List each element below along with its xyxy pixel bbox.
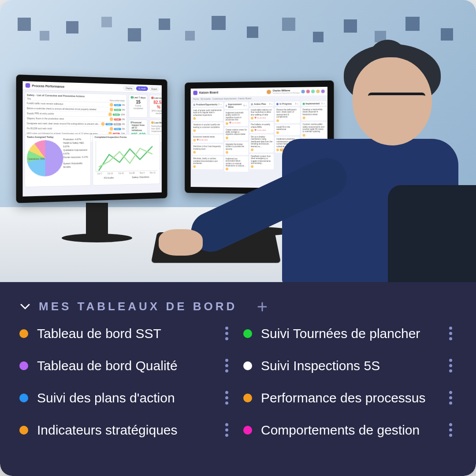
export-pill[interactable]: Export	[149, 87, 159, 91]
avatar	[276, 131, 279, 134]
kanban-card[interactable]: Machines in line 3 are frequently breaki…	[192, 144, 223, 155]
chevron-down-icon[interactable]	[19, 301, 31, 312]
app-logo-icon	[193, 90, 197, 95]
color-dot-icon	[19, 426, 28, 435]
avatar	[226, 137, 228, 139]
tasks-assigned-card: Tasks Assigned Today Operations: 50% Pro…	[25, 134, 91, 187]
color-dot-icon	[243, 426, 252, 435]
avatar	[193, 117, 196, 120]
kanban-card[interactable]: Find tablets on-quality criteria BIMs📅 1…	[249, 122, 274, 133]
dashboard-label: Indicateurs stratégiques	[37, 423, 212, 438]
kanban-column-header: Problem/Opportunity5+	[192, 102, 223, 107]
avatar	[110, 108, 113, 112]
dashboard-item[interactable]: Suivi des plans d'action	[19, 388, 233, 407]
kanban-card[interactable]: Upgrade the-broken system to provide the…	[224, 142, 248, 155]
kanban-card[interactable]: Implement automatic quality audits for r…	[224, 110, 248, 126]
hero-photo: Process Performance Display 11 Audit Exp…	[0, 0, 476, 282]
kanban-card[interactable]: Feedback system from client emergency to…	[249, 154, 274, 170]
kanban-column: Improvement Ideas6+Implement automatic q…	[224, 102, 248, 182]
dashboard-item[interactable]: Comportements de gestion	[243, 420, 457, 439]
app-logo-icon	[26, 83, 30, 88]
dashboard-label: Suivi Tournées de plancher	[261, 326, 435, 341]
kanban-card[interactable]: Install tablet stations on-floor worksho…	[249, 108, 274, 121]
dashboard-label: Tableau de bord SST	[37, 326, 212, 341]
kanban-column-header: Action Plan4+	[249, 102, 274, 107]
avatar	[110, 117, 113, 121]
kebab-menu-icon[interactable]	[220, 388, 233, 407]
color-dot-icon	[243, 361, 252, 370]
completed-inspections-card: Completed Inspection Forms Oct 7Oct 14Oc…	[93, 134, 160, 186]
color-dot-icon	[243, 329, 252, 338]
kebab-menu-icon[interactable]	[220, 420, 233, 439]
table-row[interactable]: Fix B1239 tool rack moldOpen0%	[27, 126, 125, 131]
color-dot-icon	[19, 394, 28, 402]
kanban-card[interactable]: Set up a display-mechanism using dashboa…	[249, 134, 274, 152]
dashboard-label: Performance des processus	[261, 390, 435, 405]
kanban-card[interactable]: Lack of proper work maintenance audit at…	[192, 108, 223, 121]
screen-process-performance: Process Performance Display 11 Audit Exp…	[22, 81, 161, 197]
kebab-menu-icon[interactable]	[444, 356, 457, 375]
kpi-last7days: Last 7 days 15 Forms completed	[129, 94, 148, 118]
col-nc: Nonconformities	[110, 99, 125, 102]
kanban-column: Action Plan4+Install tablet stations on-…	[249, 102, 274, 182]
kebab-menu-icon[interactable]	[220, 356, 233, 375]
avatar	[276, 119, 279, 122]
kebab-menu-icon[interactable]	[444, 324, 457, 343]
kanban-column-header: Improvement Ideas6+	[224, 102, 248, 109]
avatar	[251, 129, 253, 132]
dashboard-item[interactable]: Suivi Tournées de plancher	[243, 324, 457, 343]
avatar	[101, 122, 105, 126]
avatar	[276, 149, 279, 151]
pie-legend: Production: 4.67% Health & Safety H&S: 6…	[63, 138, 88, 185]
kanban-card[interactable]: Variations in product quality are leadin…	[192, 122, 223, 133]
audit-pill[interactable]: 11 Audit	[136, 86, 148, 91]
dashboard-item[interactable]: Suivi Inspections 5S	[243, 356, 457, 375]
line-chart	[96, 141, 157, 172]
board-title: Kaizen Board	[199, 91, 218, 94]
avatar	[267, 89, 271, 94]
kanban-card[interactable]: Excessive material waste📅 09-06-2024	[192, 134, 223, 143]
kanban-card[interactable]: Eliminate, clarify or archive outdated d…	[192, 156, 223, 169]
color-dot-icon	[19, 329, 28, 338]
monitor-stand	[86, 203, 108, 238]
color-dot-icon	[243, 394, 252, 402]
avatar	[226, 168, 228, 171]
kebab-menu-icon[interactable]	[444, 420, 457, 439]
dashboards-panel: MES TABLEAUX DE BORD Tableau de bord SST…	[0, 282, 476, 476]
dashboards-grid: Tableau de bord SST Suivi Tournées de pl…	[19, 324, 457, 439]
avatar	[110, 103, 113, 107]
avatar	[193, 129, 196, 132]
panel-header: MES TABLEAUX DE BORD	[19, 300, 457, 313]
left-monitor: Process Performance Display 11 Audit Exp…	[16, 74, 167, 203]
avatar	[108, 112, 112, 116]
kanban-card[interactable]: Implement an automated-follow system on …	[224, 156, 248, 172]
monitor-base	[62, 234, 132, 242]
display-pill[interactable]: Display	[124, 86, 135, 91]
dashboard-label: Tableau de bord Qualité	[37, 358, 212, 373]
avatar	[251, 149, 253, 151]
add-dashboard-button[interactable]	[256, 300, 269, 313]
color-dot-icon	[19, 361, 28, 370]
dashboard-label: Suivi des plans d'action	[37, 390, 212, 405]
app-container: Process Performance Display 11 Audit Exp…	[0, 0, 476, 476]
kebab-menu-icon[interactable]	[444, 388, 457, 407]
kanban-card[interactable]: Create rotation crews for pallet storage…	[224, 127, 248, 141]
avatar	[110, 127, 113, 130]
dashboard-item[interactable]: Indicateurs stratégiques	[19, 420, 233, 439]
dashboard-item[interactable]: Performance des processus	[243, 388, 457, 407]
avatar	[226, 151, 228, 154]
app-title: Process Performance	[32, 84, 64, 88]
dashboard-item[interactable]: Tableau de bord Qualité	[19, 356, 233, 375]
dashboard-label: Suivi Inspections 5S	[261, 358, 435, 373]
kanban-column: Problem/Opportunity5+Lack of proper work…	[192, 102, 223, 181]
avatar	[251, 165, 253, 168]
avatar	[193, 165, 196, 168]
dashboard-item[interactable]: Tableau de bord SST	[19, 324, 233, 343]
avatar	[226, 122, 228, 125]
avatar	[251, 117, 253, 119]
avatar	[193, 151, 196, 154]
kebab-menu-icon[interactable]	[220, 324, 233, 343]
avatar	[193, 139, 196, 141]
dashboard-label: Comportements de gestion	[261, 423, 435, 438]
chair	[388, 185, 476, 282]
